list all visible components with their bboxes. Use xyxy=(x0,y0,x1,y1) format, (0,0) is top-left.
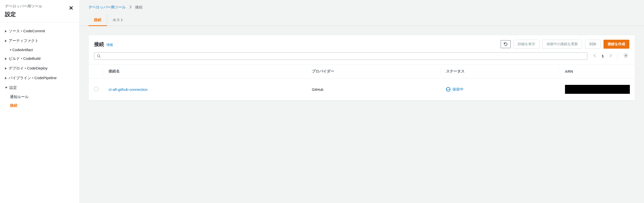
sidebar-sub-codeartifact[interactable]: • CodeArtifact xyxy=(0,46,79,54)
sidebar-item-source[interactable]: ソース • CodeCommit xyxy=(0,26,79,36)
create-connection-button[interactable]: 接続を作成 xyxy=(604,40,629,49)
view-details-button[interactable]: 詳細を表示 xyxy=(514,40,540,49)
prev-page-button[interactable] xyxy=(592,53,597,59)
connections-panel: 接続 情報 詳細を表示 保留中の接続を更新 削除 接続を作成 xyxy=(88,35,635,101)
tabs: 接続 ホスト xyxy=(80,14,644,26)
svg-line-1 xyxy=(100,57,100,58)
sidebar-item-extra: CodeDeploy xyxy=(27,66,48,70)
tab-hosts[interactable]: ホスト xyxy=(107,14,129,26)
sidebar-item-pipeline[interactable]: パイプライン • CodePipeline xyxy=(0,73,79,83)
tab-connections[interactable]: 接続 xyxy=(88,14,107,26)
panel-toolbar: 1 xyxy=(89,52,635,64)
chevron-right-icon xyxy=(129,5,132,9)
provider-cell: GitHub xyxy=(307,78,441,101)
sidebar-sub-label: 通知ルール xyxy=(10,95,28,99)
sidebar-sub-connections[interactable]: 接続 xyxy=(0,101,79,110)
caret-down-icon xyxy=(5,87,8,89)
sidebar-title: 設定 xyxy=(5,11,42,18)
tab-label: 接続 xyxy=(94,18,101,22)
col-select xyxy=(89,64,104,78)
search-icon xyxy=(97,54,101,58)
caret-right-icon xyxy=(5,77,7,79)
page-number: 1 xyxy=(602,54,604,58)
divider xyxy=(618,53,618,59)
pager: 1 xyxy=(592,52,629,60)
sidebar-header: デベロッパー用ツール 設定 ✕ xyxy=(0,4,79,22)
panel-title: 接続 xyxy=(94,41,104,48)
main: デベロッパー用ツール 接続 接続 ホスト 接続 情報 xyxy=(80,0,644,203)
col-arn[interactable]: ARN xyxy=(560,64,635,78)
sidebar-item-label: ビルド xyxy=(9,56,20,61)
svg-point-2 xyxy=(625,55,626,56)
caret-right-icon xyxy=(5,30,7,32)
sidebar-item-build[interactable]: ビルド • CodeBuild xyxy=(0,54,79,63)
chevron-right-icon xyxy=(609,54,612,58)
panel-header: 接続 情報 詳細を表示 保留中の接続を更新 削除 接続を作成 xyxy=(89,35,635,52)
connections-table: 接続名 プロバイダー ステータス ARN ct-aft-github-conne… xyxy=(89,64,635,100)
sidebar-item-label: ソース xyxy=(9,29,20,33)
search-input-wrap[interactable] xyxy=(94,52,587,60)
sidebar-item-label: パイプライン xyxy=(9,76,31,80)
info-link[interactable]: 情報 xyxy=(106,43,113,47)
svg-point-0 xyxy=(98,55,100,57)
arn-redacted xyxy=(565,85,630,94)
pending-status-icon: ••• xyxy=(446,87,450,92)
sidebar-item-settings[interactable]: 設定 xyxy=(0,83,79,93)
settings-button[interactable] xyxy=(622,52,629,60)
sidebar-item-label: 設定 xyxy=(10,85,17,90)
caret-right-icon xyxy=(5,58,7,60)
search-input[interactable] xyxy=(103,54,584,58)
connection-name-link[interactable]: ct-aft-github-connection xyxy=(108,87,148,92)
col-provider[interactable]: プロバイダー xyxy=(307,64,441,78)
sidebar-item-extra: CodePipeline xyxy=(34,76,57,80)
gear-icon xyxy=(624,53,628,58)
breadcrumb: デベロッパー用ツール 接続 xyxy=(80,0,644,14)
sidebar: デベロッパー用ツール 設定 ✕ ソース • CodeCommit アーティファク… xyxy=(0,0,80,203)
sidebar-sub-label: 接続 xyxy=(10,103,18,107)
next-page-button[interactable] xyxy=(608,53,613,59)
table-row: ct-aft-github-connection GitHub ••• 保留中 xyxy=(89,78,635,101)
sidebar-item-label: アーティファクト xyxy=(9,38,38,43)
breadcrumb-current: 接続 xyxy=(135,5,142,10)
refresh-button[interactable] xyxy=(501,40,510,48)
panel-actions: 詳細を表示 保留中の接続を更新 削除 接続を作成 xyxy=(501,40,629,49)
tab-label: ホスト xyxy=(112,18,124,22)
col-name[interactable]: 接続名 xyxy=(104,64,307,78)
chevron-left-icon xyxy=(593,54,596,58)
status-label: 保留中 xyxy=(452,87,464,92)
status-cell: ••• 保留中 xyxy=(446,87,555,92)
caret-right-icon xyxy=(5,40,7,42)
refresh-icon xyxy=(503,42,508,46)
close-icon[interactable]: ✕ xyxy=(68,4,74,12)
breadcrumb-root[interactable]: デベロッパー用ツール xyxy=(88,5,126,10)
sidebar-item-deploy[interactable]: デプロイ • CodeDeploy xyxy=(0,63,79,73)
sidebar-item-artifact[interactable]: アーティファクト xyxy=(0,36,79,46)
col-status[interactable]: ステータス xyxy=(441,64,560,78)
sidebar-item-extra: CodeBuild xyxy=(23,56,40,61)
sidebar-sub-notification-rules[interactable]: 通知ルール xyxy=(0,93,79,101)
update-pending-button[interactable]: 保留中の接続を更新 xyxy=(542,40,582,49)
row-select-radio[interactable] xyxy=(94,87,98,91)
sidebar-sub-label: CodeArtifact xyxy=(12,48,33,52)
delete-button[interactable]: 削除 xyxy=(585,40,600,49)
sidebar-suptitle: デベロッパー用ツール xyxy=(5,4,42,9)
sidebar-item-label: デプロイ xyxy=(9,66,24,70)
sidebar-item-extra: CodeCommit xyxy=(23,29,45,33)
caret-right-icon xyxy=(5,67,7,70)
